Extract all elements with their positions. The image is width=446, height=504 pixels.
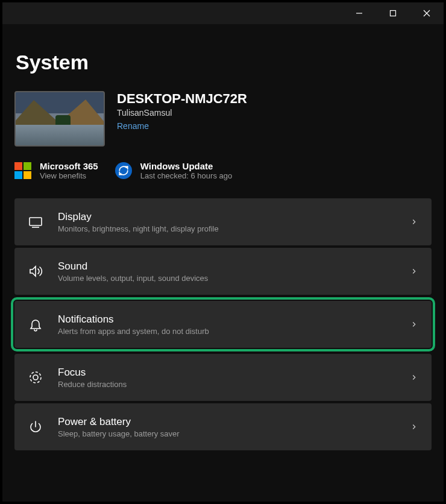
device-name: DESKTOP-NMJC72R <box>117 91 247 107</box>
minimize-button[interactable] <box>342 2 376 24</box>
settings-row-display[interactable]: Display Monitors, brightness, night ligh… <box>14 198 432 245</box>
maximize-icon <box>389 10 397 17</box>
settings-row-power[interactable]: Power & battery Sleep, battery usage, ba… <box>14 403 432 450</box>
settings-row-desc: Alerts from apps and system, do not dist… <box>58 327 395 336</box>
close-button[interactable] <box>410 2 444 24</box>
settings-row-focus[interactable]: Focus Reduce distractions <box>14 354 432 401</box>
svg-point-7 <box>30 372 41 383</box>
settings-row-notifications[interactable]: Notifications Alerts from apps and syste… <box>14 301 432 348</box>
sound-icon <box>28 263 43 279</box>
chevron-right-icon <box>410 320 418 329</box>
settings-row-title: Focus <box>58 367 395 379</box>
chevron-right-icon <box>410 423 418 431</box>
device-summary: DESKTOP-NMJC72R TulisanSamsul Rename <box>14 91 432 146</box>
settings-row-title: Notifications <box>58 313 395 326</box>
desktop-wallpaper-thumbnail[interactable] <box>14 91 105 146</box>
windows-update-desc: Last checked: 6 hours ago <box>140 171 233 180</box>
maximize-button[interactable] <box>376 2 410 24</box>
display-icon <box>28 214 43 230</box>
sync-icon <box>115 162 132 179</box>
page-title: System <box>16 51 432 74</box>
settings-list: Display Monitors, brightness, night ligh… <box>14 198 432 450</box>
settings-row-desc: Reduce distractions <box>58 380 395 389</box>
windows-update-tile[interactable]: Windows Update Last checked: 6 hours ago <box>115 161 233 180</box>
chevron-right-icon <box>410 267 418 276</box>
settings-row-title: Sound <box>58 260 395 272</box>
close-icon <box>423 10 430 17</box>
chevron-right-icon <box>410 373 418 382</box>
microsoft-365-tile[interactable]: Microsoft 365 View benefits <box>14 161 98 180</box>
info-tiles: Microsoft 365 View benefits Windows Upda… <box>14 161 432 180</box>
settings-row-sound[interactable]: Sound Volume levels, output, input, soun… <box>14 248 432 295</box>
ms365-title: Microsoft 365 <box>40 161 98 171</box>
chevron-right-icon <box>410 218 418 226</box>
bell-icon <box>28 317 43 332</box>
power-icon <box>28 419 43 435</box>
device-subname: TulisanSamsul <box>117 108 247 118</box>
svg-rect-4 <box>30 218 42 225</box>
svg-point-8 <box>33 375 38 380</box>
settings-row-desc: Volume levels, output, input, sound devi… <box>58 274 395 283</box>
settings-row-title: Power & battery <box>58 416 395 428</box>
settings-row-desc: Sleep, battery usage, battery saver <box>58 429 395 438</box>
rename-link[interactable]: Rename <box>117 121 247 131</box>
microsoft-icon <box>14 162 31 179</box>
minimize-icon <box>356 10 363 17</box>
ms365-desc: View benefits <box>40 171 98 180</box>
settings-row-title: Display <box>58 211 395 223</box>
settings-row-desc: Monitors, brightness, night light, displ… <box>58 224 395 233</box>
titlebar <box>2 2 444 24</box>
windows-update-title: Windows Update <box>140 161 233 171</box>
svg-rect-1 <box>391 11 396 16</box>
focus-icon <box>28 370 43 385</box>
svg-marker-6 <box>30 266 36 276</box>
